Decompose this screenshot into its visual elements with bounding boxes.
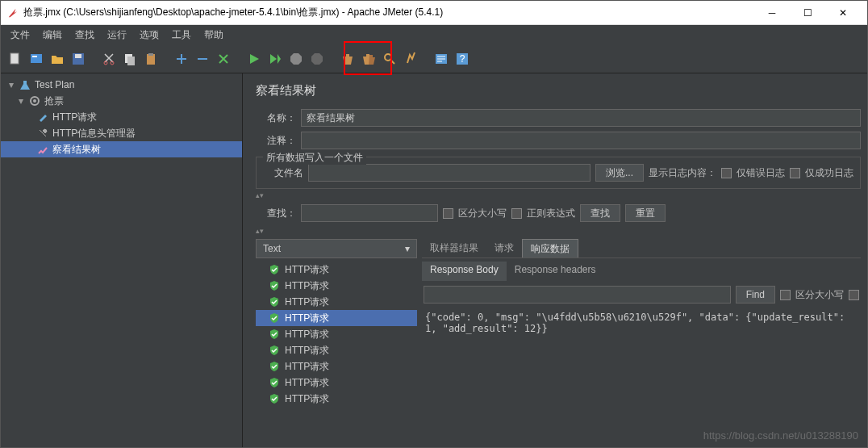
window-title: 抢票.jmx (C:\Users\shijianfeng\Desktop\apa… bbox=[23, 6, 754, 19]
sample-row[interactable]: HTTP请求 bbox=[256, 262, 417, 278]
sample-row[interactable]: HTTP请求 bbox=[256, 375, 417, 391]
renderer-dropdown[interactable]: Text ▾ bbox=[256, 239, 417, 258]
subtab-response-body[interactable]: Response Body bbox=[422, 262, 507, 281]
success-only-checkbox[interactable] bbox=[790, 168, 800, 178]
search-button[interactable]: 查找 bbox=[580, 204, 620, 222]
menu-tools[interactable]: 工具 bbox=[165, 27, 198, 44]
name-label: 名称： bbox=[256, 111, 296, 125]
tree-root[interactable]: ▾ Test Plan bbox=[1, 77, 242, 93]
find-regex-checkbox[interactable] bbox=[849, 290, 859, 300]
svg-rect-4 bbox=[75, 54, 81, 58]
svg-rect-0 bbox=[10, 53, 19, 64]
menu-options[interactable]: 选项 bbox=[133, 27, 165, 44]
paste-icon[interactable] bbox=[141, 49, 161, 69]
toggle-icon[interactable] bbox=[214, 49, 233, 69]
file-output-fieldset: 所有数据写入一个文件 文件名 浏览... 显示日志内容： 仅错误日志 仅成功日志 bbox=[256, 157, 861, 189]
start-icon[interactable] bbox=[244, 49, 264, 69]
tab-request[interactable]: 请求 bbox=[486, 239, 522, 257]
open-icon[interactable] bbox=[48, 49, 67, 69]
case-checkbox[interactable] bbox=[443, 208, 453, 219]
sample-row[interactable]: HTTP请求 bbox=[256, 278, 417, 294]
sample-row[interactable]: HTTP请求 bbox=[256, 342, 417, 358]
filename-input[interactable] bbox=[308, 164, 590, 182]
section-expander-2[interactable]: ▴▾ bbox=[256, 226, 861, 236]
tab-response-data[interactable]: 响应数据 bbox=[522, 239, 578, 257]
error-only-label: 仅错误日志 bbox=[737, 166, 785, 180]
filename-label: 文件名 bbox=[263, 166, 303, 180]
success-icon bbox=[269, 264, 280, 275]
search-icon[interactable] bbox=[380, 49, 399, 69]
find-button[interactable]: Find bbox=[736, 286, 775, 304]
test-plan-tree[interactable]: ▾ Test Plan ▾ 抢票 HTTP请求 HTTP信息头管理器 bbox=[1, 73, 243, 447]
search-input[interactable] bbox=[301, 204, 438, 222]
tree-header-manager[interactable]: HTTP信息头管理器 bbox=[1, 125, 242, 141]
clear-icon[interactable] bbox=[338, 49, 357, 69]
scope-icon bbox=[36, 143, 49, 156]
function-helper-icon[interactable] bbox=[432, 49, 451, 69]
success-icon bbox=[269, 329, 280, 340]
sample-row[interactable]: HTTP请求 bbox=[256, 310, 417, 326]
sample-list[interactable]: HTTP请求HTTP请求HTTP请求HTTP请求HTTP请求HTTP请求HTTP… bbox=[256, 258, 417, 447]
section-expander[interactable]: ▴▾ bbox=[256, 191, 861, 200]
maximize-button[interactable]: ☐ bbox=[790, 2, 825, 24]
response-subtabs: Response Body Response headers bbox=[422, 262, 861, 281]
help-icon[interactable]: ? bbox=[453, 49, 472, 69]
success-icon bbox=[269, 280, 280, 291]
menu-edit[interactable]: 编辑 bbox=[36, 27, 69, 44]
menu-help[interactable]: 帮助 bbox=[198, 27, 230, 44]
success-icon bbox=[269, 361, 280, 372]
pipette-icon bbox=[36, 111, 49, 124]
comment-label: 注释： bbox=[256, 134, 296, 148]
menu-file[interactable]: 文件 bbox=[4, 27, 36, 44]
regex-checkbox[interactable] bbox=[511, 208, 522, 219]
svg-point-18 bbox=[33, 99, 36, 103]
new-icon[interactable] bbox=[6, 49, 25, 69]
browse-button[interactable]: 浏览... bbox=[595, 164, 644, 182]
start-no-pause-icon[interactable] bbox=[265, 49, 285, 69]
tree-results-tree[interactable]: 察看结果树 bbox=[1, 141, 242, 157]
success-icon bbox=[269, 296, 280, 308]
search-field-label: 查找： bbox=[256, 207, 296, 220]
flask-icon bbox=[19, 78, 31, 91]
gear-icon bbox=[28, 94, 41, 107]
tab-sampler-result[interactable]: 取样器结果 bbox=[422, 239, 486, 257]
close-button[interactable]: ✕ bbox=[825, 2, 861, 24]
tree-thread-group[interactable]: ▾ 抢票 bbox=[1, 93, 242, 109]
comment-input[interactable] bbox=[301, 132, 861, 149]
error-only-checkbox[interactable] bbox=[721, 168, 732, 178]
shutdown-icon[interactable] bbox=[307, 49, 327, 69]
cut-icon[interactable] bbox=[99, 49, 119, 69]
find-case-label: 区分大小写 bbox=[795, 288, 844, 302]
svg-rect-10 bbox=[148, 53, 153, 56]
tree-http-request[interactable]: HTTP请求 bbox=[1, 109, 242, 125]
menubar: 文件 编辑 查找 运行 选项 工具 帮助 bbox=[1, 25, 867, 44]
menu-run[interactable]: 运行 bbox=[101, 27, 133, 44]
sample-row[interactable]: HTTP请求 bbox=[256, 391, 417, 407]
response-find-input[interactable] bbox=[424, 286, 731, 304]
response-body-text[interactable]: {"code": 0, "msg": "\u4fdd\u5b58\u6210\u… bbox=[422, 308, 861, 447]
chevron-down-icon: ▾ bbox=[405, 243, 410, 254]
sample-row[interactable]: HTTP请求 bbox=[256, 358, 417, 375]
menu-search[interactable]: 查找 bbox=[69, 27, 101, 44]
find-case-checkbox[interactable] bbox=[780, 290, 791, 300]
clear-all-icon[interactable] bbox=[359, 49, 378, 69]
wrench-icon bbox=[36, 127, 49, 140]
copy-icon[interactable] bbox=[120, 49, 140, 69]
reset-search-icon[interactable] bbox=[401, 49, 420, 69]
subtab-response-headers[interactable]: Response headers bbox=[507, 262, 604, 281]
stop-icon[interactable] bbox=[286, 49, 306, 69]
expand-icon[interactable] bbox=[172, 49, 191, 69]
templates-icon[interactable] bbox=[27, 49, 46, 69]
collapse-icon[interactable] bbox=[193, 49, 212, 69]
sample-row[interactable]: HTTP请求 bbox=[256, 294, 417, 310]
success-icon bbox=[269, 345, 280, 356]
save-icon[interactable] bbox=[69, 49, 88, 69]
svg-rect-8 bbox=[127, 57, 135, 65]
name-input[interactable] bbox=[301, 109, 861, 127]
sample-row[interactable]: HTTP请求 bbox=[256, 326, 417, 342]
minimize-button[interactable]: ─ bbox=[754, 2, 790, 24]
svg-rect-1 bbox=[31, 54, 42, 63]
reset-button[interactable]: 重置 bbox=[625, 204, 666, 222]
toolbar: ? bbox=[1, 44, 867, 73]
svg-text:?: ? bbox=[460, 53, 465, 65]
